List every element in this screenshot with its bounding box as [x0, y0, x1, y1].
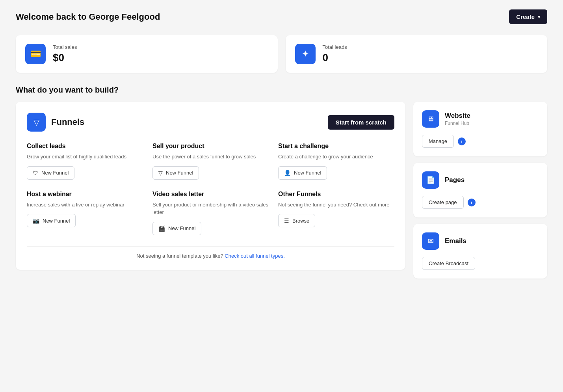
funnel-action-btn-collect-leads[interactable]: 🛡 New Funnel [27, 166, 74, 180]
side-action-btn-emails[interactable]: Create Broadcast [422, 257, 475, 270]
funnel-item-title-start-challenge: Start a challenge [278, 143, 394, 150]
funnel-item-desc-collect-leads: Grow your email list of highly qualified… [27, 153, 143, 161]
side-card-actions-emails: Create Broadcast [422, 257, 539, 270]
funnel-item-collect-leads: Collect leads Grow your email list of hi… [27, 143, 143, 180]
funnels-title: Funnels [51, 117, 84, 127]
funnel-btn-icon-host-webinar: 📷 [33, 217, 39, 224]
funnel-item-title-other-funnels: Other Funnels [278, 191, 394, 198]
funnel-btn-label-collect-leads: New Funnel [41, 170, 69, 176]
side-card-header-website: 🖥 Website Funnel Hub [422, 110, 539, 128]
funnels-card: ▽ Funnels Start from scratch Collect lea… [16, 102, 405, 270]
funnel-bottom-note: Not seeing a funnel template you like? C… [27, 246, 394, 259]
page-header: Welcome back to George Feelgood Create ▾ [16, 9, 547, 24]
funnel-item-title-sell-product: Sell your product [152, 143, 269, 150]
stat-icon-total-sales: 💳 [25, 44, 46, 64]
side-action-btn-website[interactable]: Manage [422, 135, 454, 148]
chevron-down-icon: ▾ [538, 14, 540, 20]
funnel-action-btn-video-sales[interactable]: 🎬 New Funnel [152, 222, 201, 235]
funnel-item-desc-sell-product: Use the power of a sales funnel to grow … [152, 153, 269, 161]
funnel-item-desc-other-funnels: Not seeing the funnel you need? Check ou… [278, 201, 394, 209]
funnel-action-btn-start-challenge[interactable]: 👤 New Funnel [278, 166, 327, 180]
stat-card-total-leads: ✦ Total leads 0 [286, 35, 548, 73]
info-badge-pages[interactable]: i [468, 199, 476, 206]
side-card-actions-pages: Create page i [422, 196, 539, 209]
stat-value-total-leads: 0 [323, 52, 347, 64]
funnels-title-wrap: ▽ Funnels [27, 113, 84, 132]
start-from-scratch-button[interactable]: Start from scratch [328, 115, 394, 130]
funnel-action-btn-host-webinar[interactable]: 📷 New Funnel [27, 214, 76, 227]
stat-info-total-sales: Total sales $0 [53, 44, 77, 64]
funnel-btn-label-sell-product: New Funnel [166, 170, 193, 176]
side-title-wrap-pages: Pages [445, 176, 465, 184]
side-icon-pages: 📄 [422, 171, 439, 189]
funnel-item-desc-host-webinar: Increase sales with a live or replay web… [27, 201, 143, 209]
right-sidebar: 🖥 Website Funnel Hub Manage i 📄 Pages Cr… [413, 102, 547, 279]
side-card-pages: 📄 Pages Create page i [413, 163, 547, 217]
side-card-title-website: Website [445, 112, 470, 120]
main-content: ▽ Funnels Start from scratch Collect lea… [16, 102, 547, 279]
funnel-item-sell-product: Sell your product Use the power of a sal… [152, 143, 269, 180]
side-icon-website: 🖥 [422, 110, 439, 128]
page-title: Welcome back to George Feelgood [16, 12, 160, 22]
funnel-btn-label-other-funnels: Browse [292, 218, 309, 224]
funnel-btn-icon-start-challenge: 👤 [284, 170, 291, 176]
funnel-item-start-challenge: Start a challenge Create a challenge to … [278, 143, 394, 180]
funnel-btn-icon-other-funnels: ☰ [284, 217, 289, 224]
stat-info-total-leads: Total leads 0 [323, 44, 347, 64]
side-icon-emails: ✉ [422, 232, 439, 250]
side-title-wrap-emails: Emails [445, 237, 466, 245]
funnel-btn-label-start-challenge: New Funnel [294, 170, 321, 176]
funnel-item-host-webinar: Host a webinar Increase sales with a liv… [27, 191, 143, 235]
funnel-btn-icon-sell-product: ▽ [158, 170, 163, 176]
funnel-btn-icon-collect-leads: 🛡 [33, 170, 38, 176]
funnel-item-title-video-sales: Video sales letter [152, 191, 269, 198]
side-card-title-emails: Emails [445, 237, 466, 245]
create-button[interactable]: Create ▾ [509, 9, 547, 24]
side-card-website: 🖥 Website Funnel Hub Manage i [413, 102, 547, 156]
create-button-label: Create [516, 13, 535, 20]
stat-value-total-sales: $0 [53, 52, 77, 64]
funnel-item-other-funnels: Other Funnels Not seeing the funnel you … [278, 191, 394, 235]
funnel-types-link[interactable]: Check out all funnel types. [225, 253, 284, 259]
funnel-item-desc-video-sales: Sell your product or membership with a v… [152, 201, 269, 216]
funnel-item-desc-start-challenge: Create a challenge to grow your audience [278, 153, 394, 161]
side-card-emails: ✉ Emails Create Broadcast [413, 224, 547, 279]
funnels-header: ▽ Funnels Start from scratch [27, 113, 394, 132]
side-title-wrap-website: Website Funnel Hub [445, 112, 470, 126]
stat-label-total-sales: Total sales [53, 44, 77, 50]
stat-icon-total-leads: ✦ [295, 44, 316, 64]
page-wrapper: Welcome back to George Feelgood Create ▾… [0, 0, 563, 392]
stats-row: 💳 Total sales $0 ✦ Total leads 0 [16, 35, 547, 73]
funnel-btn-label-host-webinar: New Funnel [43, 218, 70, 224]
funnel-action-btn-other-funnels[interactable]: ☰ Browse [278, 214, 315, 227]
build-section-title: What do you want to build? [16, 85, 547, 95]
info-badge-website[interactable]: i [458, 137, 466, 145]
funnel-grid: Collect leads Grow your email list of hi… [27, 143, 394, 235]
side-card-subtitle-website: Funnel Hub [445, 121, 470, 126]
funnel-item-video-sales: Video sales letter Sell your product or … [152, 191, 269, 235]
side-card-actions-website: Manage i [422, 135, 539, 148]
funnels-icon: ▽ [27, 113, 46, 132]
side-card-title-pages: Pages [445, 176, 465, 184]
stat-card-total-sales: 💳 Total sales $0 [16, 35, 278, 73]
side-card-header-emails: ✉ Emails [422, 232, 539, 250]
funnel-btn-label-video-sales: New Funnel [168, 225, 195, 231]
side-action-btn-pages[interactable]: Create page [422, 196, 464, 209]
funnel-bottom-text: Not seeing a funnel template you like? [136, 253, 223, 259]
funnel-item-title-collect-leads: Collect leads [27, 143, 143, 150]
side-card-header-pages: 📄 Pages [422, 171, 539, 189]
funnel-item-title-host-webinar: Host a webinar [27, 191, 143, 198]
funnel-action-btn-sell-product[interactable]: ▽ New Funnel [152, 166, 199, 180]
funnel-btn-icon-video-sales: 🎬 [158, 225, 165, 232]
stat-label-total-leads: Total leads [323, 44, 347, 50]
